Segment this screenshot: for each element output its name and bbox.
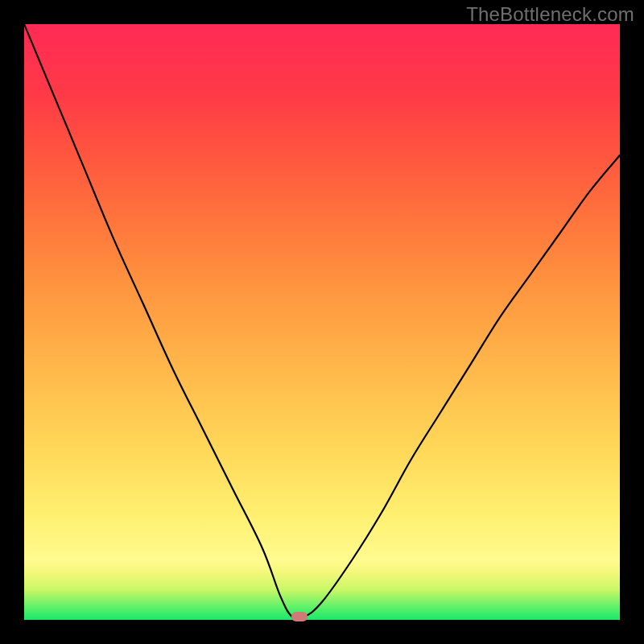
curve-svg (24, 24, 620, 620)
plot-area (24, 24, 620, 620)
bottleneck-curve (24, 24, 620, 619)
chart-frame: TheBottleneck.com (0, 0, 644, 644)
optimum-marker (291, 612, 308, 621)
watermark-text: TheBottleneck.com (466, 3, 634, 26)
